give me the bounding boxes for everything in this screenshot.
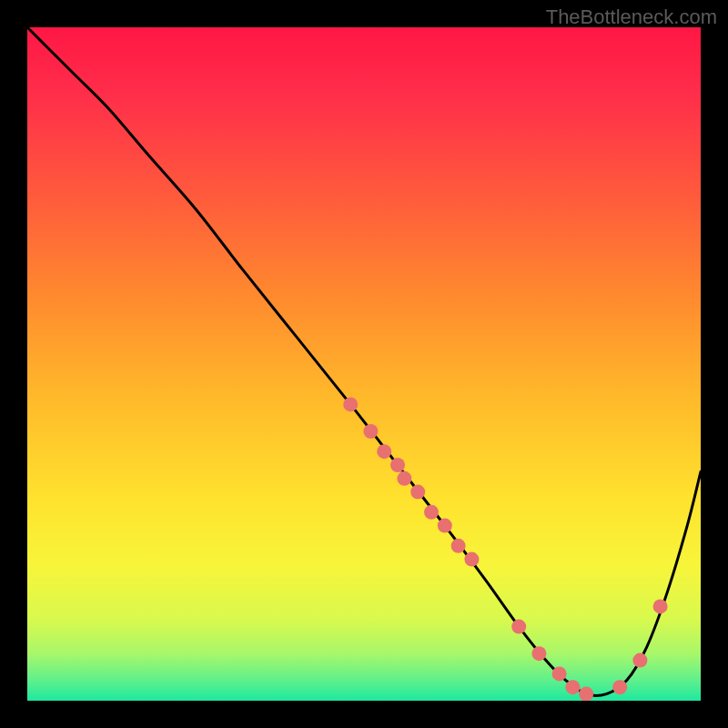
chart-plot-area — [27, 27, 701, 701]
curve-marker — [377, 444, 391, 459]
curve-marker — [363, 424, 378, 439]
bottleneck-curve — [27, 27, 701, 695]
curve-marker — [438, 519, 452, 533]
curve-marker — [632, 653, 647, 668]
curve-marker — [390, 458, 405, 472]
curve-markers — [343, 397, 667, 701]
curve-marker — [451, 539, 466, 553]
curve-marker — [424, 505, 439, 520]
curve-marker — [410, 485, 425, 500]
chart-curve-layer — [27, 27, 701, 701]
curve-marker — [653, 599, 668, 613]
curve-marker — [612, 680, 627, 694]
curve-marker — [579, 687, 593, 701]
curve-marker — [565, 680, 580, 694]
curve-marker — [511, 620, 526, 634]
curve-marker — [464, 552, 479, 567]
curve-marker — [343, 397, 358, 411]
curve-marker — [531, 646, 546, 661]
curve-marker — [552, 666, 567, 681]
watermark-text: TheBottleneck.com — [546, 5, 717, 29]
curve-marker — [397, 471, 411, 486]
